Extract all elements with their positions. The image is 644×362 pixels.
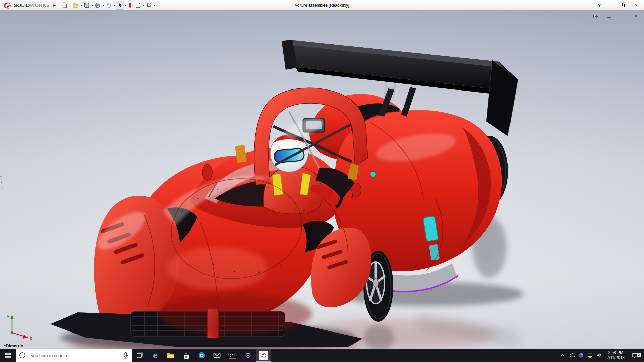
brand-name: SOLIDWORKS	[14, 2, 50, 8]
brand-solid: SOLID	[14, 2, 30, 8]
mail-icon	[213, 351, 221, 359]
help-button[interactable]: ?	[598, 3, 601, 8]
terminal-prompt-glyph: &gt;_	[228, 354, 237, 357]
system-tray: 2:58 PM 7/11/2018 2	[558, 349, 644, 362]
brand-works: WORKS	[30, 2, 50, 8]
open-folder-icon	[72, 2, 79, 8]
chevron-up-icon	[560, 353, 566, 358]
microphone-icon[interactable]	[123, 352, 129, 359]
task-view-button[interactable]	[132, 349, 148, 362]
menu-flyout-arrow[interactable]: ▶	[53, 4, 56, 7]
orientation-triad: Y X	[4, 312, 36, 341]
view-orientation-label: *Dimetric	[4, 343, 23, 348]
edge-icon: e	[153, 351, 158, 360]
triad-y-label: Y	[7, 315, 9, 319]
select-dropdown-arrow[interactable]: ▾	[124, 4, 127, 7]
sw-icon-label: SW	[260, 352, 266, 356]
solidworks-taskbar-button[interactable]: SW 2017	[256, 349, 271, 362]
print-icon	[95, 2, 101, 8]
task-view-icon	[136, 352, 144, 359]
cloud-tray-button[interactable]	[568, 349, 577, 362]
hidden-icons-button[interactable]	[558, 349, 568, 362]
undo-icon	[106, 2, 112, 8]
terminal-icon: &gt;_	[229, 352, 236, 359]
mail-button[interactable]	[209, 349, 225, 362]
start-button[interactable]	[0, 349, 16, 362]
browser-button[interactable]	[194, 349, 209, 362]
options-gear-icon	[146, 2, 152, 8]
file-explorer-button[interactable]	[163, 349, 178, 362]
windows-taskbar: Type here to search e	[0, 349, 644, 362]
open-dropdown-arrow[interactable]: ▾	[80, 4, 83, 7]
save-dropdown-arrow[interactable]: ▾	[91, 4, 94, 7]
doc-maximize-button[interactable]	[620, 13, 625, 18]
minimize-button[interactable]: —	[608, 3, 613, 8]
graphics-area[interactable]: × Y X *Dimetric	[0, 11, 644, 349]
browser-circle-icon	[198, 351, 206, 359]
taskbar-apps: e	[132, 349, 271, 362]
edge-button[interactable]: e	[148, 349, 163, 362]
window-controls: — ×	[608, 3, 639, 8]
feature-panel-collapse-tab[interactable]	[0, 176, 3, 188]
document-window-controls: ×	[593, 13, 639, 18]
network-icon	[587, 353, 593, 358]
windows-logo-icon	[5, 353, 11, 358]
pane-toggle-button[interactable]	[127, 1, 133, 10]
defender-tray-button[interactable]	[577, 349, 586, 362]
file-explorer-icon	[167, 352, 175, 359]
network-tray-button[interactable]	[586, 349, 595, 362]
store-icon	[182, 352, 190, 359]
select-cursor-icon	[117, 2, 123, 8]
dassault-logo-icon	[3, 2, 12, 9]
save-button[interactable]	[83, 1, 91, 10]
restore-button[interactable]	[621, 3, 626, 7]
solidworks-titlebar: SOLIDWORKS ▶ ▾ ▾	[0, 0, 644, 11]
print-button[interactable]	[94, 1, 102, 10]
new-document-icon	[61, 2, 68, 8]
search-placeholder-text: Type here to search	[29, 353, 67, 358]
options-dropdown-arrow[interactable]: ▾	[153, 4, 156, 7]
new-dropdown-arrow[interactable]: ▾	[69, 4, 71, 7]
undo-button[interactable]	[105, 1, 113, 10]
doc-minimize-button[interactable]	[606, 13, 612, 18]
cyan-knob	[370, 171, 376, 177]
taskbar-search-box[interactable]: Type here to search	[16, 349, 132, 362]
options-button[interactable]	[145, 1, 153, 10]
store-button[interactable]	[178, 349, 194, 362]
clock-date: 7/11/2018	[607, 355, 625, 360]
task-pane-button[interactable]	[133, 1, 142, 10]
media-app-button[interactable]	[240, 349, 256, 362]
brand: SOLIDWORKS ▶	[2, 2, 56, 9]
media-app-icon	[244, 351, 252, 359]
window-title: Voiture assemblee [Read-only]	[294, 3, 349, 8]
select-button[interactable]	[116, 1, 124, 10]
model-viewport-canvas[interactable]	[0, 11, 644, 349]
volume-tray-button[interactable]	[595, 349, 604, 362]
print-dropdown-arrow[interactable]: ▾	[102, 4, 105, 7]
task-pane-icon	[135, 2, 141, 8]
terminal-button[interactable]: &gt;_	[225, 349, 240, 362]
new-document-button[interactable]	[60, 1, 69, 10]
sw-icon-year: 2017	[261, 356, 266, 358]
doc-restore-button[interactable]	[593, 13, 598, 18]
open-button[interactable]	[71, 1, 80, 10]
save-icon	[84, 2, 90, 8]
undo-dropdown-arrow[interactable]: ▾	[113, 4, 116, 7]
doc-close-button[interactable]: ×	[633, 13, 639, 18]
defender-shield-icon	[578, 353, 584, 358]
action-center-button[interactable]: 2	[628, 352, 642, 359]
notification-badge: 2	[637, 353, 641, 357]
solidworks-2017-icon: SW 2017	[259, 351, 268, 360]
desktop-screen: SOLIDWORKS ▶ ▾ ▾	[0, 0, 644, 362]
quick-access-toolbar: ▾ ▾ ▾	[60, 1, 156, 10]
triad-x-label: X	[30, 336, 32, 341]
volume-icon	[596, 353, 602, 358]
close-button[interactable]: ×	[634, 3, 639, 8]
cloud-icon	[569, 353, 575, 358]
titlebar-right: ? — ×	[598, 3, 642, 8]
clock-time: 2:58 PM	[608, 350, 623, 355]
task-pane-dropdown-arrow[interactable]: ▾	[142, 4, 145, 7]
red-pill-icon	[128, 2, 132, 8]
taskbar-clock[interactable]: 2:58 PM 7/11/2018	[604, 350, 628, 360]
cortana-icon	[19, 352, 25, 358]
